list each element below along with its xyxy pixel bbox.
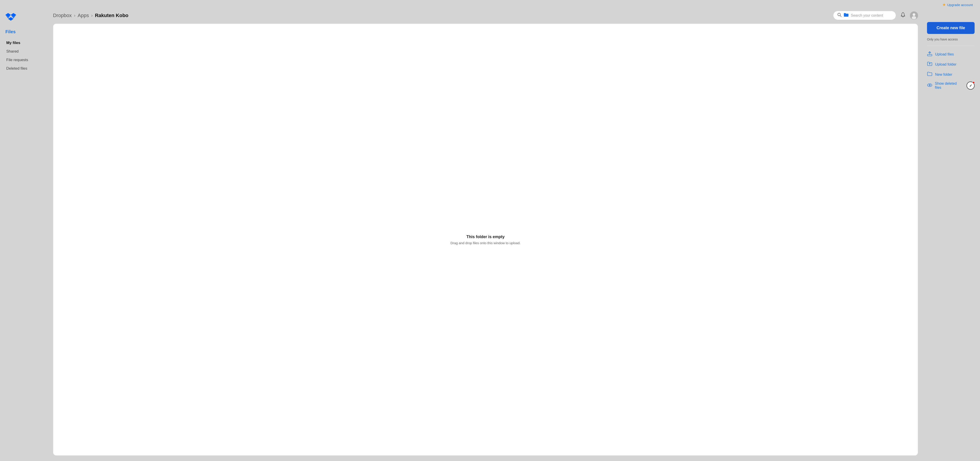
sidebar-item-shared[interactable]: Shared <box>5 48 44 56</box>
upload-files-label: Upload files <box>935 53 954 56</box>
upgrade-account-link[interactable]: ★ Upgrade account <box>942 2 973 7</box>
breadcrumb-dropbox[interactable]: Dropbox <box>53 13 72 18</box>
show-deleted-row: Show deleted files ✓ <box>927 81 975 89</box>
search-bar[interactable]: Search your content <box>833 11 896 20</box>
sidebar-files-heading: Files <box>5 29 44 34</box>
bell-icon[interactable] <box>900 12 906 19</box>
svg-marker-1 <box>11 13 16 17</box>
checkmark-icon: ✓ <box>969 84 972 88</box>
new-folder-label: New folder <box>935 73 952 77</box>
svg-marker-4 <box>8 17 13 21</box>
sidebar-logo <box>5 13 44 23</box>
empty-folder-title: This folder is empty <box>450 234 520 239</box>
checkmark-circle-badge: ✓ <box>967 81 975 89</box>
dropbox-logo-icon <box>5 13 16 22</box>
sidebar-nav: My files Shared File requests Deleted fi… <box>5 39 44 73</box>
top-bar: ★ Upgrade account <box>0 0 980 8</box>
breadcrumb-sep1: › <box>74 13 75 18</box>
content-area: Dropbox › Apps › Rakuten Kobo <box>49 8 922 456</box>
upload-folder-label: Upload folder <box>935 62 956 67</box>
svg-point-7 <box>902 16 904 17</box>
header-actions: Search your content <box>833 11 918 20</box>
main-layout: Files My files Shared File requests Dele… <box>0 8 980 461</box>
create-new-file-button[interactable]: Create new file <box>927 22 975 34</box>
folder-search-icon <box>844 13 849 18</box>
empty-folder-state: This folder is empty Drag and drop files… <box>450 234 520 245</box>
breadcrumb-current: Rakuten Kobo <box>95 13 129 18</box>
sidebar-item-my-files[interactable]: My files <box>5 39 44 47</box>
search-input-label: Search your content <box>851 13 883 18</box>
breadcrumb: Dropbox › Apps › Rakuten Kobo <box>53 13 129 18</box>
avatar[interactable] <box>910 11 918 19</box>
sidebar-item-file-requests[interactable]: File requests <box>5 56 44 64</box>
svg-rect-11 <box>928 54 932 56</box>
empty-folder-subtitle: Drag and drop files onto this window to … <box>450 241 520 245</box>
show-deleted-files-action[interactable]: Show deleted files <box>927 81 963 89</box>
star-icon: ★ <box>942 2 946 7</box>
sidebar-item-deleted-files[interactable]: Deleted files <box>5 64 44 73</box>
upload-folder-icon <box>927 61 932 67</box>
svg-point-9 <box>913 13 915 16</box>
upgrade-label: Upgrade account <box>947 3 973 7</box>
upload-folder-action[interactable]: Upload folder <box>927 61 975 67</box>
file-browser-panel: This folder is empty Drag and drop files… <box>53 24 918 456</box>
search-icon <box>837 13 842 18</box>
sidebar: Files My files Shared File requests Dele… <box>0 8 49 456</box>
upload-files-icon <box>927 51 932 57</box>
header-row: Dropbox › Apps › Rakuten Kobo <box>53 8 918 24</box>
show-deleted-files-label: Show deleted files <box>935 81 963 89</box>
svg-point-14 <box>929 85 930 85</box>
action-list: Upload files Upload folder <box>927 51 975 89</box>
breadcrumb-apps[interactable]: Apps <box>78 13 89 18</box>
access-label: Only you have access <box>927 38 975 41</box>
upload-files-action[interactable]: Upload files <box>927 51 975 57</box>
svg-point-10 <box>912 16 916 19</box>
red-dot-badge <box>973 81 975 84</box>
show-deleted-icon <box>927 83 932 89</box>
svg-marker-0 <box>5 13 11 17</box>
right-panel: Create new file Only you have access Upl… <box>922 8 980 456</box>
new-folder-icon <box>927 72 932 78</box>
breadcrumb-sep2: › <box>91 13 93 18</box>
new-folder-action[interactable]: New folder <box>927 72 975 78</box>
svg-line-6 <box>840 16 841 17</box>
